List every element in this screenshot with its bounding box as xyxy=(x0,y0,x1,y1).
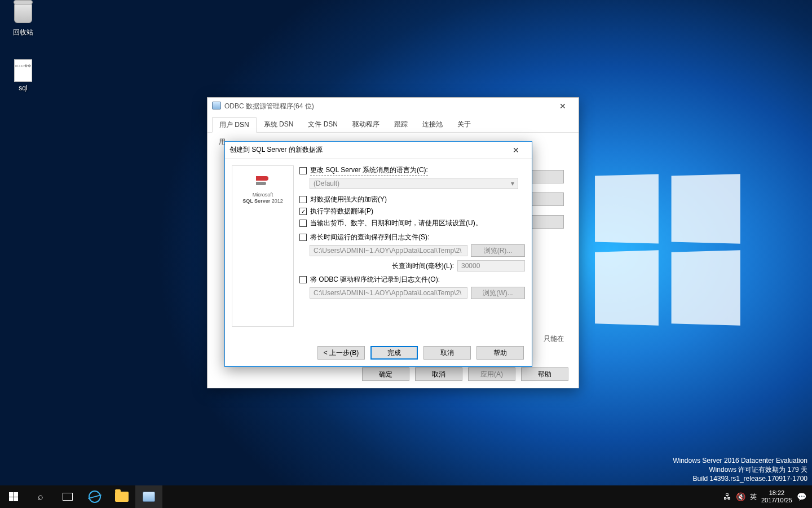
recycle-bin-icon xyxy=(12,3,34,25)
clock-date: 2017/10/25 xyxy=(761,497,792,504)
finish-button[interactable]: 完成 xyxy=(370,346,418,360)
checkbox-regional[interactable] xyxy=(299,220,307,227)
search-button[interactable]: ⌕ xyxy=(27,485,54,508)
taskbar[interactable]: ⌕ 🖧 🔇 英 18:22 2017/10/25 💬 xyxy=(0,485,812,508)
back-button-label: < 上一步(B) xyxy=(324,348,359,358)
sql-file-icon xyxy=(12,59,34,82)
sqlserver-dsn-wizard: 创建到 SQL Server 的新数据源 ✕ Microsoft SQL Ser… xyxy=(224,141,532,367)
network-icon[interactable]: 🖧 xyxy=(723,492,731,501)
desktop-icon-sql[interactable]: sql xyxy=(3,59,43,92)
cancel-button[interactable]: 取消 xyxy=(423,346,471,360)
label-save-long-query: 将长时间运行的查询保存到日志文件(S): xyxy=(310,233,429,242)
task-view-icon xyxy=(63,493,73,501)
wizard-form: 更改 SQL Server 系统消息的语言为(C): (Default) 对数据… xyxy=(299,165,525,327)
tab-user-dsn[interactable]: 用户 DSN xyxy=(212,117,257,133)
odbc-admin-icon xyxy=(143,492,155,502)
tab-drivers[interactable]: 驱动程序 xyxy=(345,117,387,132)
ok-button[interactable]: 确定 xyxy=(362,367,409,381)
apply-button[interactable]: 应用(A) xyxy=(468,367,515,381)
label-change-lang: 更改 SQL Server 系统消息的语言为(C): xyxy=(310,165,428,176)
label-strong-encrypt: 对数据使用强大的加密(Y) xyxy=(310,195,387,204)
watermark-line: Windows 许可证有效期为 179 天 xyxy=(673,465,807,474)
ime-indicator[interactable]: 英 xyxy=(750,492,757,502)
row-char-translate: 执行字符数据翻译(P) xyxy=(299,207,525,216)
tab-system-dsn[interactable]: 系统 DSN xyxy=(257,117,301,132)
back-button[interactable]: < 上一步(B) xyxy=(317,346,365,360)
sql-server-brand-text: Microsoft SQL Server 2012 xyxy=(242,192,283,204)
row-query-log-path: C:\Users\ADMINI~1.AOY\AppData\Local\Temp… xyxy=(310,244,525,257)
wizard-titlebar[interactable]: 创建到 SQL Server 的新数据源 ✕ xyxy=(225,142,532,159)
taskbar-app-odbc[interactable] xyxy=(135,485,162,508)
input-stats-log-path[interactable]: C:\Users\ADMINI~1.AOY\AppData\Local\Temp… xyxy=(310,287,467,299)
tab-about[interactable]: 关于 xyxy=(450,117,478,132)
volume-icon[interactable]: 🔇 xyxy=(736,492,745,501)
file-explorer-icon xyxy=(115,492,129,502)
sql-server-logo-icon xyxy=(256,176,270,187)
search-icon: ⌕ xyxy=(38,492,43,502)
windows-start-icon xyxy=(9,492,18,501)
tab-pool[interactable]: 连接池 xyxy=(415,117,450,132)
wizard-sidebar: Microsoft SQL Server 2012 xyxy=(232,165,294,327)
ie-icon xyxy=(89,491,101,503)
label-regional: 当输出货币、数字、日期和时间时，请使用区域设置(U)。 xyxy=(310,218,482,228)
taskbar-app-ie[interactable] xyxy=(81,485,108,508)
row-stats-log-path: C:\Users\ADMINI~1.AOY\AppData\Local\Temp… xyxy=(310,287,525,299)
task-view-button[interactable] xyxy=(54,485,81,508)
row-save-long-query: 将长时间运行的查询保存到日志文件(S): xyxy=(299,233,525,242)
help-button[interactable]: 帮助 xyxy=(521,367,568,381)
watermark-line: Windows Server 2016 Datacenter Evaluatio… xyxy=(673,456,807,465)
close-icon[interactable]: ✕ xyxy=(551,98,574,115)
taskbar-app-explorer[interactable] xyxy=(108,485,135,508)
checkbox-save-long-query[interactable] xyxy=(299,234,307,241)
brand-main: SQL Server xyxy=(242,198,270,204)
checkbox-char-translate[interactable] xyxy=(299,208,307,215)
select-language-value: (Default) xyxy=(314,179,339,187)
brand-year: 2012 xyxy=(272,198,283,204)
start-button[interactable] xyxy=(0,485,27,508)
browse-stats-log-button[interactable]: 浏览(W)... xyxy=(471,287,525,299)
checkbox-strong-encrypt[interactable] xyxy=(299,196,307,203)
tab-file-dsn[interactable]: 文件 DSN xyxy=(301,117,345,132)
help-button[interactable]: 帮助 xyxy=(476,346,524,360)
wizard-title: 创建到 SQL Server 的新数据源 xyxy=(230,145,505,155)
row-change-lang: 更改 SQL Server 系统消息的语言为(C): xyxy=(299,165,525,176)
browse-query-log-button[interactable]: 浏览(R)... xyxy=(471,244,525,257)
odbc-admin-titlebar[interactable]: ODBC 数据源管理程序(64 位) ✕ xyxy=(208,98,579,115)
brand-top: Microsoft xyxy=(253,192,273,198)
desktop-icon-label: sql xyxy=(3,84,43,92)
select-language[interactable]: (Default) xyxy=(310,178,518,189)
tab-trace[interactable]: 跟踪 xyxy=(387,117,415,132)
wizard-body: Microsoft SQL Server 2012 更改 SQL Server … xyxy=(225,159,532,334)
odbc-admin-icon xyxy=(212,102,221,111)
desktop-icon-label: 回收站 xyxy=(3,28,43,37)
system-tray[interactable]: 🖧 🔇 英 18:22 2017/10/25 💬 xyxy=(718,485,812,508)
label-long-query-time: 长查询时间(毫秒)(L): xyxy=(392,261,454,271)
checkbox-save-stats[interactable] xyxy=(299,276,307,283)
odbc-admin-buttons-row: 确定 取消 应用(A) 帮助 xyxy=(362,367,568,381)
desktop-icon-recycle-bin[interactable]: 回收站 xyxy=(3,3,43,37)
windows-logo-art xyxy=(592,175,750,333)
row-long-query-time: 长查询时间(毫秒)(L): 30000 xyxy=(299,260,525,271)
label-char-translate: 执行字符数据翻译(P) xyxy=(310,207,373,216)
wizard-buttons-row: < 上一步(B) 完成 取消 帮助 xyxy=(317,346,524,360)
odbc-tabs: 用户 DSN 系统 DSN 文件 DSN 驱动程序 跟踪 连接池 关于 xyxy=(208,117,579,133)
checkbox-change-lang[interactable] xyxy=(299,167,307,174)
taskbar-clock[interactable]: 18:22 2017/10/25 xyxy=(761,489,792,504)
cancel-button[interactable]: 取消 xyxy=(415,367,462,381)
close-icon[interactable]: ✕ xyxy=(505,142,527,158)
action-center-icon[interactable]: 💬 xyxy=(797,492,806,501)
row-regional: 当输出货币、数字、日期和时间时，请使用区域设置(U)。 xyxy=(299,218,525,228)
info-text-fragment: 只能在 xyxy=(544,334,564,344)
clock-time: 18:22 xyxy=(761,489,792,497)
input-long-query-time[interactable]: 30000 xyxy=(457,260,525,271)
label-save-stats: 将 ODBC 驱动程序统计记录到日志文件(O): xyxy=(310,275,440,284)
odbc-admin-title: ODBC 数据源管理程序(64 位) xyxy=(224,102,551,111)
watermark-line: Build 14393.rs1_release.170917-1700 xyxy=(673,474,807,483)
windows-watermark: Windows Server 2016 Datacenter Evaluatio… xyxy=(673,456,807,483)
input-query-log-path[interactable]: C:\Users\ADMINI~1.AOY\AppData\Local\Temp… xyxy=(310,245,467,256)
row-strong-encrypt: 对数据使用强大的加密(Y) xyxy=(299,195,525,204)
row-save-stats: 将 ODBC 驱动程序统计记录到日志文件(O): xyxy=(299,275,525,284)
